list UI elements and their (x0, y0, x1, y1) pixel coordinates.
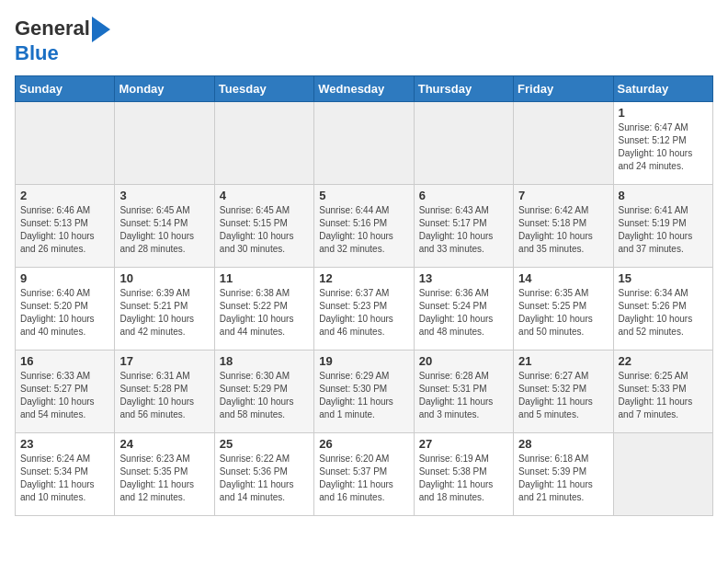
calendar-day-cell: 18Sunrise: 6:30 AMSunset: 5:29 PMDayligh… (214, 350, 313, 433)
day-number: 4 (220, 189, 309, 202)
day-info: Sunrise: 6:22 AMSunset: 5:36 PMDaylight:… (220, 453, 309, 504)
calendar-day-cell: 5Sunrise: 6:44 AMSunset: 5:16 PMDaylight… (314, 185, 414, 268)
day-number: 12 (319, 271, 408, 285)
calendar-day-cell: 26Sunrise: 6:20 AMSunset: 5:37 PMDayligh… (314, 433, 414, 516)
day-number: 27 (419, 437, 508, 451)
calendar-day-cell (115, 102, 214, 185)
day-info: Sunrise: 6:45 AMSunset: 5:15 PMDaylight:… (220, 204, 309, 256)
day-number: 19 (319, 354, 408, 368)
calendar-day-cell: 15Sunrise: 6:34 AMSunset: 5:26 PMDayligh… (613, 268, 712, 350)
day-number: 25 (220, 437, 309, 451)
day-number: 17 (119, 354, 209, 368)
day-info: Sunrise: 6:37 AMSunset: 5:23 PMDaylight:… (319, 287, 408, 339)
day-number: 14 (518, 271, 608, 285)
day-info: Sunrise: 6:27 AMSunset: 5:32 PMDaylight:… (518, 370, 608, 421)
calendar-day-cell (314, 102, 414, 185)
day-number: 2 (20, 189, 109, 202)
day-info: Sunrise: 6:34 AMSunset: 5:26 PMDaylight:… (619, 287, 708, 339)
day-info: Sunrise: 6:20 AMSunset: 5:37 PMDaylight:… (319, 453, 408, 504)
day-number: 11 (220, 271, 309, 285)
calendar-day-cell: 19Sunrise: 6:29 AMSunset: 5:30 PMDayligh… (314, 350, 414, 433)
page-header: General Blue (15, 15, 713, 64)
day-number: 9 (20, 271, 109, 285)
calendar-table: SundayMondayTuesdayWednesdayThursdayFrid… (15, 75, 713, 516)
calendar-week-row: 16Sunrise: 6:33 AMSunset: 5:27 PMDayligh… (16, 350, 713, 433)
day-info: Sunrise: 6:39 AMSunset: 5:21 PMDaylight:… (119, 287, 209, 339)
calendar-day-cell (214, 102, 313, 185)
day-info: Sunrise: 6:44 AMSunset: 5:16 PMDaylight:… (319, 204, 408, 256)
day-number: 1 (619, 106, 708, 120)
logo-text-blue: Blue (15, 41, 59, 64)
day-number: 16 (20, 354, 109, 368)
calendar-day-cell: 28Sunrise: 6:18 AMSunset: 5:39 PMDayligh… (514, 433, 613, 516)
day-number: 15 (619, 271, 708, 285)
calendar-day-cell: 6Sunrise: 6:43 AMSunset: 5:17 PMDaylight… (414, 185, 513, 268)
weekday-header-saturday: Saturday (613, 76, 712, 102)
logo-text-general: General (15, 17, 90, 40)
day-number: 10 (119, 271, 209, 285)
weekday-header-wednesday: Wednesday (314, 76, 414, 102)
logo: General Blue (15, 15, 110, 64)
day-info: Sunrise: 6:28 AMSunset: 5:31 PMDaylight:… (419, 370, 508, 421)
calendar-day-cell: 17Sunrise: 6:31 AMSunset: 5:28 PMDayligh… (115, 350, 214, 433)
calendar-week-row: 1Sunrise: 6:47 AMSunset: 5:12 PMDaylight… (16, 102, 713, 185)
day-info: Sunrise: 6:38 AMSunset: 5:22 PMDaylight:… (220, 287, 309, 339)
day-number: 3 (119, 189, 209, 202)
calendar-week-row: 9Sunrise: 6:40 AMSunset: 5:20 PMDaylight… (16, 268, 713, 350)
day-number: 23 (20, 437, 109, 451)
calendar-day-cell: 11Sunrise: 6:38 AMSunset: 5:22 PMDayligh… (214, 268, 313, 350)
calendar-week-row: 2Sunrise: 6:46 AMSunset: 5:13 PMDaylight… (16, 185, 713, 268)
day-number: 26 (319, 437, 408, 451)
calendar-day-cell: 7Sunrise: 6:42 AMSunset: 5:18 PMDaylight… (514, 185, 613, 268)
day-info: Sunrise: 6:43 AMSunset: 5:17 PMDaylight:… (419, 204, 508, 256)
day-info: Sunrise: 6:36 AMSunset: 5:24 PMDaylight:… (419, 287, 508, 339)
calendar-day-cell: 20Sunrise: 6:28 AMSunset: 5:31 PMDayligh… (414, 350, 513, 433)
day-info: Sunrise: 6:19 AMSunset: 5:38 PMDaylight:… (419, 453, 508, 504)
day-info: Sunrise: 6:45 AMSunset: 5:14 PMDaylight:… (119, 204, 209, 256)
weekday-header-friday: Friday (514, 76, 613, 102)
calendar-day-cell: 16Sunrise: 6:33 AMSunset: 5:27 PMDayligh… (16, 350, 115, 433)
calendar-day-cell (414, 102, 513, 185)
logo-arrow-icon (92, 17, 110, 42)
day-number: 7 (518, 189, 608, 202)
day-number: 6 (419, 189, 508, 202)
day-info: Sunrise: 6:40 AMSunset: 5:20 PMDaylight:… (20, 287, 109, 339)
day-info: Sunrise: 6:24 AMSunset: 5:34 PMDaylight:… (20, 453, 109, 504)
day-number: 20 (419, 354, 508, 368)
day-number: 8 (619, 189, 708, 202)
day-info: Sunrise: 6:42 AMSunset: 5:18 PMDaylight:… (518, 204, 608, 256)
day-number: 28 (518, 437, 608, 451)
weekday-header-thursday: Thursday (414, 76, 513, 102)
calendar-day-cell: 22Sunrise: 6:25 AMSunset: 5:33 PMDayligh… (613, 350, 712, 433)
day-number: 18 (220, 354, 309, 368)
calendar-day-cell: 25Sunrise: 6:22 AMSunset: 5:36 PMDayligh… (214, 433, 313, 516)
calendar-day-cell (16, 102, 115, 185)
calendar-day-cell: 2Sunrise: 6:46 AMSunset: 5:13 PMDaylight… (16, 185, 115, 268)
day-info: Sunrise: 6:46 AMSunset: 5:13 PMDaylight:… (20, 204, 109, 256)
day-number: 5 (319, 189, 408, 202)
day-info: Sunrise: 6:31 AMSunset: 5:28 PMDaylight:… (119, 370, 209, 421)
weekday-header-tuesday: Tuesday (214, 76, 313, 102)
calendar-day-cell: 4Sunrise: 6:45 AMSunset: 5:15 PMDaylight… (214, 185, 313, 268)
calendar-day-cell: 23Sunrise: 6:24 AMSunset: 5:34 PMDayligh… (16, 433, 115, 516)
weekday-header-row: SundayMondayTuesdayWednesdayThursdayFrid… (16, 76, 713, 102)
calendar-day-cell: 21Sunrise: 6:27 AMSunset: 5:32 PMDayligh… (514, 350, 613, 433)
weekday-header-sunday: Sunday (16, 76, 115, 102)
calendar-week-row: 23Sunrise: 6:24 AMSunset: 5:34 PMDayligh… (16, 433, 713, 516)
weekday-header-monday: Monday (115, 76, 214, 102)
day-info: Sunrise: 6:25 AMSunset: 5:33 PMDaylight:… (619, 370, 708, 421)
day-number: 24 (119, 437, 209, 451)
day-info: Sunrise: 6:30 AMSunset: 5:29 PMDaylight:… (220, 370, 309, 421)
day-info: Sunrise: 6:23 AMSunset: 5:35 PMDaylight:… (119, 453, 209, 504)
calendar-day-cell: 24Sunrise: 6:23 AMSunset: 5:35 PMDayligh… (115, 433, 214, 516)
day-number: 21 (518, 354, 608, 368)
day-number: 22 (619, 354, 708, 368)
calendar-day-cell: 13Sunrise: 6:36 AMSunset: 5:24 PMDayligh… (414, 268, 513, 350)
calendar-day-cell: 27Sunrise: 6:19 AMSunset: 5:38 PMDayligh… (414, 433, 513, 516)
day-info: Sunrise: 6:35 AMSunset: 5:25 PMDaylight:… (518, 287, 608, 339)
calendar-day-cell: 14Sunrise: 6:35 AMSunset: 5:25 PMDayligh… (514, 268, 613, 350)
day-info: Sunrise: 6:33 AMSunset: 5:27 PMDaylight:… (20, 370, 109, 421)
day-number: 13 (419, 271, 508, 285)
day-info: Sunrise: 6:29 AMSunset: 5:30 PMDaylight:… (319, 370, 408, 421)
calendar-day-cell (514, 102, 613, 185)
